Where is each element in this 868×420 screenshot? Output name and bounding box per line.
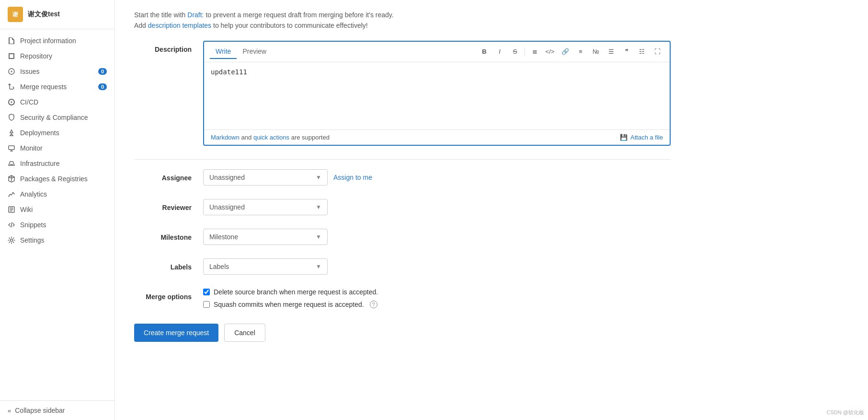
package-icon <box>8 175 15 183</box>
milestone-label: Milestone <box>134 229 192 241</box>
chevron-down-icon-reviewer: ▼ <box>316 204 321 210</box>
chevron-down-icon-milestone: ▼ <box>316 233 321 240</box>
sidebar-item-project-information[interactable]: Project information <box>0 33 114 48</box>
hint-text: Start the title with Draft: to prevent a… <box>134 10 671 31</box>
ordered-list-button[interactable]: ≣ <box>528 45 541 58</box>
create-merge-request-button[interactable]: Create merge request <box>134 324 218 342</box>
reviewer-field: Unassigned ▼ <box>203 199 671 215</box>
milestone-dropdown[interactable]: Milestone ▼ <box>203 229 328 245</box>
sidebar-item-merge-requests[interactable]: Merge requests 0 <box>0 79 114 94</box>
fullscreen-button[interactable]: ⛶ <box>651 45 664 58</box>
tab-preview[interactable]: Preview <box>237 45 272 59</box>
delete-source-branch-checkbox[interactable] <box>203 289 210 295</box>
quote-button[interactable]: ❞ <box>620 45 633 58</box>
sidebar-item-analytics[interactable]: Analytics <box>0 187 114 202</box>
assignee-label: Assignee <box>134 169 192 182</box>
collapse-sidebar-button[interactable]: « Collapse sidebar <box>8 407 107 414</box>
labels-field: Labels ▼ <box>203 258 671 275</box>
sidebar-item-label-wiki: Wiki <box>20 206 33 213</box>
sidebar-item-packages-registries[interactable]: Packages & Registries <box>0 171 114 187</box>
sidebar-item-deployments[interactable]: Deployments <box>0 125 114 140</box>
cancel-button[interactable]: Cancel <box>224 324 265 342</box>
assignee-section: Assignee Unassigned ▼ Assign to me <box>134 169 671 186</box>
unordered-list-button[interactable]: ≡ <box>574 45 587 58</box>
labels-label: Labels <box>134 258 192 271</box>
table-button[interactable]: ☷ <box>635 45 649 58</box>
editor-footer: Markdown and quick actions are supported… <box>204 129 670 145</box>
strikethrough-button[interactable]: S <box>508 45 522 58</box>
sidebar-item-label-security-compliance: Security & Compliance <box>20 114 88 121</box>
task-list-button[interactable]: ☰ <box>605 45 618 58</box>
squash-commits-checkbox[interactable] <box>203 301 210 308</box>
description-section: Description Write Preview B I S ≣ <box>134 41 671 146</box>
attach-file-label: Attach a file <box>630 134 663 141</box>
sidebar-item-infrastructure[interactable]: Infrastructure <box>0 156 114 171</box>
sidebar-item-label-repository: Repository <box>20 52 52 60</box>
numbered-list-button[interactable]: № <box>589 45 603 58</box>
chevron-left-icon: « <box>8 407 11 414</box>
editor-container: Write Preview B I S ≣ </> 🔗 ≡ № <box>203 41 671 146</box>
description-templates-link[interactable]: description templates <box>148 22 211 29</box>
hint-line1-prefix: Start the title with <box>134 11 185 19</box>
markdown-link[interactable]: Markdown <box>211 134 240 141</box>
assign-to-me-link[interactable]: Assign to me <box>333 174 372 181</box>
description-field: Write Preview B I S ≣ </> 🔗 ≡ № <box>203 41 671 146</box>
reviewer-value: Unassigned <box>209 203 245 211</box>
sidebar-item-snippets[interactable]: Snippets <box>0 217 114 233</box>
assignee-dropdown[interactable]: Unassigned ▼ <box>203 169 328 186</box>
hint-line2-suffix: to help your contributors to communicate… <box>213 22 368 29</box>
link-button[interactable]: 🔗 <box>559 45 572 58</box>
sidebar-item-issues[interactable]: Issues 0 <box>0 64 114 79</box>
sidebar-footer[interactable]: « Collapse sidebar <box>0 400 114 420</box>
shield-icon <box>8 114 15 121</box>
footer-and: and <box>241 134 253 141</box>
delete-source-branch-row: Delete source branch when merge request … <box>203 288 671 296</box>
chevron-down-icon: ▼ <box>316 174 321 181</box>
editor-tabs: Write Preview <box>210 45 272 59</box>
reviewer-dropdown[interactable]: Unassigned ▼ <box>203 199 328 215</box>
quick-actions-link[interactable]: quick actions <box>253 134 289 141</box>
description-label: Description <box>134 41 192 53</box>
sidebar-header: 谢 谢文俊test <box>0 0 114 29</box>
editor-body[interactable]: update111 <box>204 62 670 129</box>
settings-icon <box>8 236 15 244</box>
bold-button[interactable]: B <box>478 45 491 58</box>
sidebar-item-wiki[interactable]: Wiki <box>0 202 114 217</box>
snippet-icon <box>8 221 15 229</box>
hint-line2-prefix: Add <box>134 22 146 29</box>
sidebar-item-monitor[interactable]: Monitor <box>0 140 114 156</box>
sidebar-item-label-settings: Settings <box>20 236 45 244</box>
sidebar-item-label-ci-cd: CI/CD <box>20 98 38 106</box>
reviewer-section: Reviewer Unassigned ▼ <box>134 199 671 215</box>
code-button[interactable]: </> <box>543 45 557 58</box>
squash-help-icon[interactable]: ? <box>370 301 377 308</box>
squash-commits-label: Squash commits when merge request is acc… <box>214 301 364 308</box>
labels-value: Labels <box>209 263 229 270</box>
collapse-sidebar-label: Collapse sidebar <box>15 407 65 414</box>
editor-footer-text: Markdown and quick actions are supported <box>211 134 330 141</box>
svg-point-1 <box>11 71 12 72</box>
labels-section: Labels Labels ▼ <box>134 258 671 275</box>
sidebar-item-repository[interactable]: Repository <box>0 48 114 64</box>
issue-icon <box>8 68 15 75</box>
deploy-icon <box>8 129 15 137</box>
toolbar-icons: B I S ≣ </> 🔗 ≡ № ☰ ❞ ☷ ⛶ <box>478 45 664 58</box>
sidebar-item-label-project-information: Project information <box>20 37 76 45</box>
sidebar-item-security-compliance[interactable]: Security & Compliance <box>0 110 114 125</box>
sidebar-item-label-packages-registries: Packages & Registries <box>20 175 88 183</box>
watermark: CSDN @软化板 <box>827 409 864 416</box>
merge-options-field: Delete source branch when merge request … <box>203 288 671 308</box>
attach-file-button[interactable]: 💾 Attach a file <box>620 134 663 141</box>
assignee-field: Unassigned ▼ Assign to me <box>203 169 671 186</box>
italic-button[interactable]: I <box>493 45 506 58</box>
reviewer-label: Reviewer <box>134 199 192 211</box>
project-name: 谢文俊test <box>28 10 60 19</box>
sidebar-nav: Project information Repository Issues 0 … <box>0 29 114 400</box>
labels-dropdown[interactable]: Labels ▼ <box>203 258 328 275</box>
sidebar-item-settings[interactable]: Settings <box>0 233 114 248</box>
sidebar-item-label-issues: Issues <box>20 68 39 75</box>
tab-write[interactable]: Write <box>210 45 237 59</box>
squash-commits-row: Squash commits when merge request is acc… <box>203 301 671 308</box>
sidebar-item-ci-cd[interactable]: CI/CD <box>0 94 114 110</box>
hint-draft-link[interactable]: Draft: <box>187 11 204 19</box>
